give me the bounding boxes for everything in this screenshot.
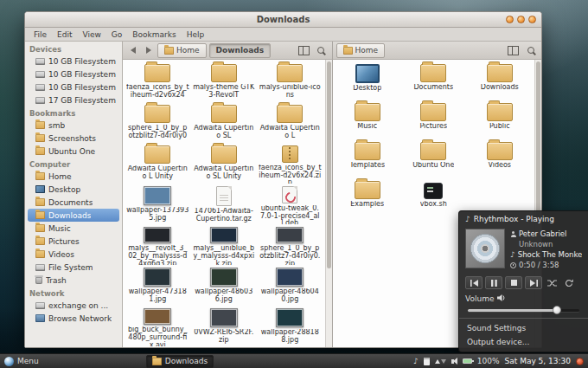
close-button[interactable] [528, 16, 536, 23]
forward-button[interactable] [142, 44, 155, 57]
file-item[interactable]: wallpaper-486040.jpg [257, 265, 323, 306]
file-item[interactable]: malys-theme GTK3-RevolT [191, 61, 258, 102]
sidebar-item[interactable]: Desktop [25, 183, 122, 196]
file-item[interactable]: Downloads [467, 61, 534, 100]
sidebar-item[interactable]: 10 GB Filesystem [25, 55, 122, 68]
file-label: wallpaper-473181.jpg [126, 288, 189, 304]
menu-item[interactable]: Go [106, 30, 127, 39]
search-icon[interactable] [523, 44, 538, 57]
sidebar-item-label: Documents [48, 198, 93, 207]
file-item[interactable]: ubuntu-tweak_0.7.0-1-precise4_all.deb [257, 184, 323, 224]
breadcrumb-home[interactable]: Home [157, 43, 207, 58]
clipboard-icon[interactable] [424, 358, 430, 365]
minimize-button[interactable] [506, 16, 514, 23]
volume-icon[interactable] [451, 359, 454, 364]
menu-item[interactable]: Help [182, 30, 210, 39]
menu-item[interactable]: View [78, 30, 106, 39]
file-item[interactable]: Examples [335, 178, 401, 217]
file-label: wallpaper-288188.jpg [259, 329, 322, 345]
sidebar-item-icon [35, 58, 45, 65]
menu-item[interactable]: File [29, 30, 52, 39]
file-item[interactable]: wallpaper-486036.jpg [191, 265, 258, 306]
split-view-icon[interactable] [506, 44, 521, 57]
volume-handle[interactable] [553, 306, 561, 314]
file-item[interactable]: faenza_icons_by_tiheum-d2v6x24 [125, 61, 191, 102]
scrollbar-thumb[interactable] [327, 61, 331, 268]
bottom-panel: Menu Downloads 100% Sat May 5, 13:30 [0, 353, 588, 368]
sidebar-item[interactable]: Videos [25, 248, 122, 261]
shuffle-icon[interactable] [546, 277, 559, 289]
file-item[interactable]: Public [467, 100, 534, 139]
back-button[interactable] [126, 44, 139, 57]
pause-button[interactable] [485, 276, 502, 289]
battery-icon[interactable] [463, 358, 472, 364]
file-item[interactable]: big_buck_bunny_480p_surround-fix.avi [125, 306, 191, 346]
sidebar-item[interactable]: 17 GB Filesystem [25, 94, 122, 107]
menu-item[interactable]: Bookmarks [127, 30, 181, 39]
sidebar-item[interactable]: Documents [25, 196, 122, 209]
file-item[interactable]: faenza_icons_by_tiheum-d2v6x24.zip [257, 143, 323, 184]
repeat-icon[interactable] [562, 277, 575, 289]
next-button[interactable] [525, 276, 542, 289]
file-icon [210, 308, 238, 327]
sidebar-item[interactable]: Trash [25, 274, 122, 287]
file-item[interactable]: Documents [400, 61, 467, 100]
file-item[interactable]: wallpaper-473181.jpg [125, 265, 191, 306]
sidebar-item[interactable]: 10 GB Filesystem [25, 81, 122, 94]
sidebar-item[interactable]: exchange on ... [25, 299, 122, 312]
file-item[interactable]: 0VWZ-REI6-SR2F.zip [191, 306, 258, 346]
file-item[interactable]: malys__revolt_3_02_by_malysss-d4xq6q3.zi… [125, 224, 191, 265]
stop-button[interactable] [505, 276, 522, 289]
sidebar-item[interactable]: smb [25, 119, 122, 132]
titlebar[interactable]: Downloads [25, 12, 541, 28]
breadcrumb-current[interactable]: Downloads [209, 43, 272, 58]
clock[interactable]: Sat May 5, 13:30 [505, 357, 571, 365]
sidebar-item[interactable]: Browse Network [25, 312, 122, 325]
file-item[interactable]: Adwaita Cupertino SL [191, 102, 258, 143]
file-item[interactable]: Adwaita Cupertino L [257, 102, 323, 143]
volume-slider[interactable] [468, 305, 579, 315]
sidebar-item[interactable]: File System [25, 261, 122, 274]
rhythmbox-tray-icon[interactable] [413, 357, 419, 365]
file-item[interactable]: Adwaita Cupertino L Unity [125, 143, 191, 184]
file-item[interactable]: Music [335, 100, 401, 139]
file-item[interactable]: malys__uniblue_by_malysss-d4xpxik.zip [191, 224, 258, 265]
power-icon[interactable] [576, 358, 584, 365]
file-icon [144, 227, 171, 243]
file-item[interactable]: 147061-Adwaita-Cupertino.tar.gz [191, 184, 258, 224]
sidebar-item[interactable]: Music [25, 222, 122, 235]
taskbar-item-downloads[interactable]: Downloads [146, 355, 214, 368]
left-pane-scrollbar[interactable] [325, 60, 332, 347]
search-icon[interactable] [314, 44, 329, 57]
file-item[interactable]: malys-uniblue-icons [257, 61, 323, 102]
popup-menu-item[interactable]: Sound Settings [459, 321, 588, 335]
scrollbar-thumb[interactable] [536, 61, 540, 220]
sidebar-item-label: Ubuntu One [48, 147, 95, 156]
menu-item[interactable]: Edit [52, 30, 77, 39]
file-item[interactable]: Desktop [335, 61, 401, 100]
file-item[interactable]: sphere_1_0_by_potzblitz7-d4r0iy0 [125, 102, 191, 143]
sidebar-item[interactable]: Screenshots [25, 132, 122, 145]
file-item[interactable]: wallpaper-288188.jpg [257, 306, 323, 346]
maximize-button[interactable] [517, 16, 525, 23]
sidebar-item[interactable]: Ubuntu One [25, 145, 122, 158]
sidebar-item[interactable]: Home [25, 170, 122, 183]
file-item[interactable]: Videos [467, 139, 534, 178]
file-item[interactable]: Pictures [400, 100, 467, 139]
sidebar-item[interactable]: Downloads [28, 209, 119, 222]
file-item[interactable]: Adwaita Cupertino SL Unity [191, 143, 258, 184]
split-view-icon[interactable] [297, 44, 311, 57]
menu-bar: FileEditViewGoBookmarksHelp [25, 28, 541, 42]
file-item[interactable]: wallpaper-1373935.jpg [125, 184, 191, 224]
file-item[interactable]: sphere_1_0_by_potzblitz7-d4r0iy0.zip [257, 224, 323, 265]
popup-menu-item[interactable]: Output device... [459, 335, 588, 349]
sidebar-item[interactable]: 10 GB Filesystem [25, 68, 122, 81]
breadcrumb-home-right[interactable]: Home [336, 43, 386, 58]
network-icon[interactable] [435, 359, 446, 364]
sidebar-item[interactable]: Pictures [25, 235, 122, 248]
file-item[interactable]: Ubuntu One [400, 139, 467, 178]
file-item[interactable]: vbox.sh [400, 178, 467, 217]
file-item[interactable]: Templates [335, 139, 401, 178]
menu-button[interactable]: Menu [4, 357, 39, 366]
previous-button[interactable] [465, 276, 483, 289]
